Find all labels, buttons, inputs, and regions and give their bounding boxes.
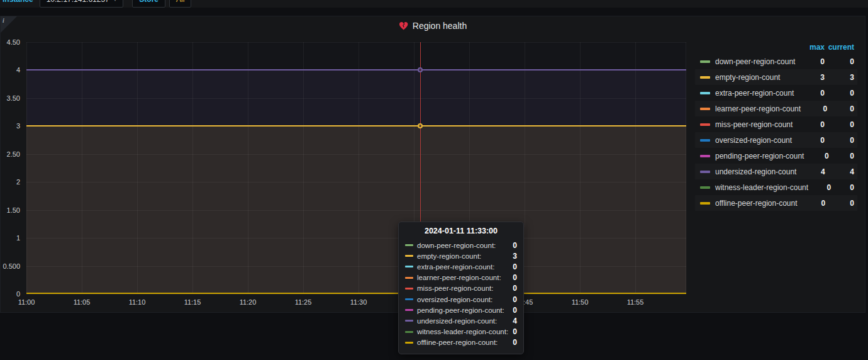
legend-row: empty-region-count33 [695, 69, 857, 85]
tooltip-series-name: undersized-region-count: [417, 317, 513, 325]
h-gridline [26, 294, 686, 295]
v-gridline [82, 42, 82, 294]
graph-tooltip: 2024-01-11 11:33:00 down-peer-region-cou… [398, 222, 524, 354]
legend-row: pending-peer-region-count00 [695, 148, 857, 164]
broken-heart-icon [399, 21, 408, 30]
legend-current-value: 0 [825, 199, 857, 208]
tooltip-series-value: 0 [513, 262, 517, 271]
legend-current-value: 0 [825, 136, 857, 145]
v-gridline [192, 42, 193, 294]
tooltip-series-name: empty-region-count: [417, 252, 513, 260]
legend-row: oversized-region-count00 [695, 132, 857, 148]
tooltip-swatch-icon [405, 277, 413, 279]
v-gridline [525, 42, 525, 294]
legend-swatch-icon [700, 108, 710, 110]
legend-current-value: 0 [829, 152, 857, 160]
tooltip-row: undersized-region-count:4 [405, 315, 517, 326]
store-select[interactable]: All [169, 0, 191, 8]
dashboard-variables-bar: instance 10.2.17.141:61257 ▾ Store All [0, 0, 868, 8]
tooltip-rows: down-peer-region-count:0empty-region-cou… [405, 240, 517, 348]
y-tick-label: 2.50 [7, 150, 20, 158]
tooltip-swatch-icon [405, 342, 413, 344]
legend-max-value: 0 [808, 183, 831, 192]
y-tick-label: 4 [16, 66, 20, 74]
instance-select[interactable]: 10.2.17.141:61257 ▾ [40, 0, 124, 8]
v-gridline [137, 42, 138, 294]
y-tick-label: 2 [16, 178, 20, 186]
x-tick-label: 11:50 [572, 298, 589, 306]
h-gridline [26, 42, 686, 43]
tooltip-series-name: down-peer-region-count: [417, 242, 513, 249]
panel-title-text: Region health [413, 21, 467, 31]
y-tick-label: 1.50 [7, 206, 20, 214]
hover-point [418, 67, 423, 72]
tooltip-swatch-icon [405, 309, 413, 311]
y-tick-label: 4.50 [7, 38, 20, 46]
h-gridline [26, 210, 686, 211]
tooltip-row: empty-region-count:3 [405, 250, 517, 261]
tooltip-swatch-icon [405, 288, 413, 290]
tooltip-series-value: 3 [513, 252, 517, 261]
store-variable-label[interactable]: Store [132, 0, 165, 8]
v-gridline [686, 42, 686, 294]
h-gridline [26, 98, 686, 99]
chevron-down-icon: ▾ [114, 0, 117, 3]
legend-swatch-icon [700, 171, 710, 173]
tooltip-series-value: 0 [513, 273, 517, 282]
legend-header: max current [695, 40, 857, 53]
tooltip-row: learner-peer-region-count:0 [405, 273, 517, 283]
y-tick-label: 0 [16, 290, 20, 298]
legend-max-value: 3 [796, 73, 825, 82]
tooltip-row: witness-leader-region-count:0 [405, 327, 517, 337]
legend-series-name[interactable]: learner-peer-region-count [715, 104, 801, 113]
legend-current-value: 0 [831, 183, 857, 192]
legend-swatch-icon [700, 123, 710, 126]
legend-row: offline-peer-region-count00 [695, 195, 857, 211]
legend-max-value: 0 [801, 104, 827, 113]
legend-series-name[interactable]: witness-leader-region-count [715, 183, 808, 192]
v-gridline [359, 42, 359, 294]
y-tick-label: 3.50 [7, 94, 20, 102]
tooltip-swatch-icon [405, 320, 413, 322]
series-line [26, 125, 686, 127]
legend-series-name[interactable]: extra-peer-region-count [715, 89, 796, 98]
legend-swatch-icon [700, 202, 710, 205]
legend-max-value: 0 [796, 120, 825, 129]
instance-variable-label: instance [3, 0, 33, 4]
x-tick-label: 11:05 [74, 298, 91, 306]
series-line [26, 69, 686, 70]
h-gridline [26, 154, 686, 155]
legend-max-value: 0 [796, 136, 825, 145]
tooltip-row: down-peer-region-count:0 [405, 240, 517, 250]
panel-title[interactable]: Region health [1, 18, 865, 33]
tooltip-series-name: oversized-region-count: [417, 296, 513, 303]
tooltip-series-name: miss-peer-region-count: [417, 284, 513, 292]
legend-series-name[interactable]: oversized-region-count [715, 136, 796, 145]
tooltip-series-value: 0 [513, 306, 517, 315]
tooltip-series-name: offline-peer-region-count: [417, 339, 513, 346]
legend-series-name[interactable]: offline-peer-region-count [715, 199, 798, 208]
tooltip-row: pending-peer-region-count:0 [405, 305, 517, 315]
legend-header-current[interactable]: current [825, 43, 857, 52]
legend-max-value: 4 [796, 167, 825, 176]
tooltip-swatch-icon [405, 255, 413, 257]
legend-series-name[interactable]: undersized-region-count [715, 167, 796, 176]
legend-series-name[interactable]: down-peer-region-count [715, 57, 796, 66]
instance-select-value: 10.2.17.141:61257 [47, 0, 109, 4]
legend-series-name[interactable]: miss-peer-region-count [715, 120, 796, 129]
x-tick-label: 11:00 [18, 298, 35, 306]
tooltip-row: oversized-region-count:0 [405, 294, 517, 305]
tooltip-series-value: 0 [513, 327, 517, 336]
tooltip-series-value: 0 [513, 338, 517, 347]
legend-rows: down-peer-region-count00empty-region-cou… [695, 53, 857, 211]
legend-max-value: 0 [798, 199, 826, 208]
legend-series-name[interactable]: pending-peer-region-count [715, 152, 804, 160]
v-gridline [248, 42, 248, 294]
x-tick-label: 11:25 [295, 298, 312, 306]
v-gridline [580, 42, 581, 294]
h-gridline [26, 266, 686, 267]
legend-series-name[interactable]: empty-region-count [715, 73, 796, 82]
legend-current-value: 4 [825, 167, 857, 176]
legend-header-max[interactable]: max [796, 43, 825, 52]
plot-area[interactable] [26, 42, 686, 294]
